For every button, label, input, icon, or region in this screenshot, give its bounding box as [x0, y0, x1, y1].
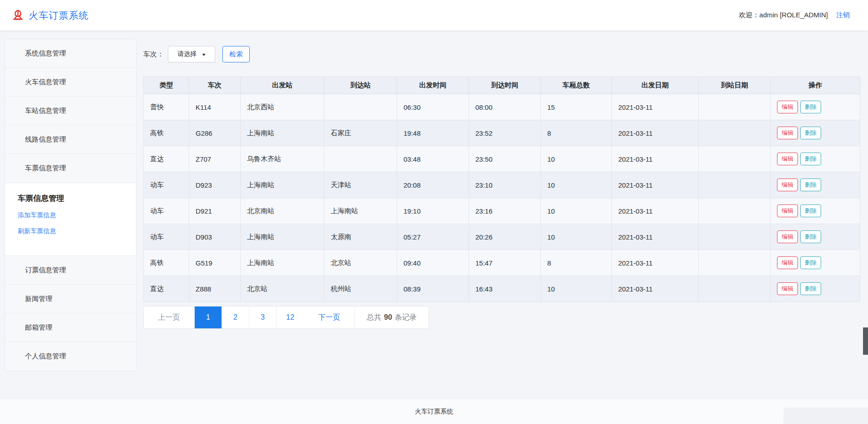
bottom-right-overlay [783, 408, 868, 424]
logout-link[interactable]: 注销 [836, 11, 850, 20]
select-value: 请选择 [177, 50, 197, 58]
vertical-scrollbar-thumb[interactable] [863, 327, 868, 355]
pagination: 上一页 12312 下一页 总共 90 条记录 [143, 306, 429, 329]
delete-button[interactable]: 删除 [800, 256, 821, 269]
cell-arr: 08:00 [469, 94, 541, 120]
edit-button[interactable]: 编辑 [777, 101, 798, 113]
table-row: 普快K114北京西站06:3008:00152021-03-11编辑删除 [144, 94, 860, 120]
cell-to: 上海南站 [324, 198, 397, 224]
cell-arr: 16:43 [469, 276, 541, 302]
delete-button[interactable]: 删除 [800, 282, 821, 295]
cell-to [324, 94, 397, 120]
column-header-9: 操作 [771, 77, 860, 94]
delete-button[interactable]: 删除 [800, 230, 821, 243]
edit-button[interactable]: 编辑 [777, 230, 798, 243]
edit-button[interactable]: 编辑 [777, 204, 798, 217]
delete-button[interactable]: 删除 [800, 153, 821, 165]
delete-button[interactable]: 删除 [800, 204, 821, 217]
sidebar-item-1[interactable]: 火车信息管理 [5, 68, 136, 97]
cell-cars: 10 [541, 146, 612, 172]
search-row: 车次： 请选择 检索 [143, 46, 250, 62]
cell-cars: 8 [541, 120, 612, 146]
cell-dep_date: 2021-03-11 [612, 250, 699, 276]
cell-cars: 10 [541, 172, 612, 198]
cell-dep_date: 2021-03-11 [612, 94, 699, 120]
cell-to: 天津站 [324, 172, 397, 198]
cell-type: 动车 [144, 224, 189, 250]
cell-arr_date [699, 146, 771, 172]
cell-to: 石家庄 [324, 120, 397, 146]
cell-from: 上海南站 [241, 250, 324, 276]
cell-to: 北京站 [324, 250, 397, 276]
table-row: 动车D921北京南站上海南站19:1023:16102021-03-11编辑删除 [144, 198, 860, 224]
cell-cars: 10 [541, 276, 612, 302]
cell-operations: 编辑删除 [771, 198, 860, 224]
cell-type: 动车 [144, 198, 189, 224]
cell-dep: 05:27 [397, 224, 469, 250]
cell-no: Z707 [189, 146, 241, 172]
cell-cars: 15 [541, 94, 612, 120]
train-ticket-table: 类型车次出发站到达站出发时间到达时间车厢总数出发日期到站日期操作 普快K114北… [143, 77, 860, 302]
cell-from: 上海南站 [241, 120, 324, 146]
cell-arr_date [699, 250, 771, 276]
train-no-select[interactable]: 请选择 [168, 46, 215, 62]
table-row: 动车D903上海南站太原南05:2720:26102021-03-11编辑删除 [144, 224, 860, 250]
cell-type: 普快 [144, 94, 189, 120]
china-railway-logo-icon [12, 9, 24, 21]
cell-arr: 23:16 [469, 198, 541, 224]
pagination-page-3[interactable]: 3 [249, 307, 277, 328]
total-count: 90 [384, 313, 392, 322]
edit-button[interactable]: 编辑 [777, 179, 798, 191]
cell-arr: 23:50 [469, 146, 541, 172]
cell-dep: 19:10 [397, 198, 469, 224]
sidebar-item-bottom-3[interactable]: 个人信息管理 [5, 342, 136, 371]
pagination-page-1[interactable]: 1 [195, 307, 222, 328]
cell-operations: 编辑删除 [771, 250, 860, 276]
edit-button[interactable]: 编辑 [777, 282, 798, 295]
table-header-row: 类型车次出发站到达站出发时间到达时间车厢总数出发日期到站日期操作 [144, 77, 860, 94]
table-row: 高铁G519上海南站北京站09:4015:4782021-03-11编辑删除 [144, 250, 860, 276]
sidebar-item-2[interactable]: 车站信息管理 [5, 97, 136, 125]
cell-no: K114 [189, 94, 241, 120]
delete-button[interactable]: 删除 [800, 179, 821, 191]
table-row: 直达Z888北京站杭州站08:3916:43102021-03-11编辑删除 [144, 276, 860, 302]
cell-from: 北京站 [241, 276, 324, 302]
sidebar-link-add-ticket[interactable]: 添加车票信息 [18, 211, 127, 220]
brand: 火车订票系统 [12, 9, 89, 22]
sidebar-item-0[interactable]: 系统信息管理 [5, 39, 136, 68]
cell-cars: 10 [541, 198, 612, 224]
cell-type: 动车 [144, 172, 189, 198]
sidebar-item-3[interactable]: 线路信息管理 [5, 125, 136, 154]
column-header-5: 到达时间 [469, 77, 541, 94]
column-header-3: 到达站 [324, 77, 397, 94]
column-header-8: 到站日期 [699, 77, 771, 94]
sidebar-item-bottom-0[interactable]: 订票信息管理 [5, 256, 136, 285]
cell-from: 上海南站 [241, 172, 324, 198]
cell-dep_date: 2021-03-11 [612, 198, 699, 224]
cell-from: 北京西站 [241, 94, 324, 120]
sidebar-link-refresh-ticket[interactable]: 刷新车票信息 [18, 227, 127, 235]
welcome-text: 欢迎：admin [ROLE_ADMIN] [739, 11, 828, 20]
edit-button[interactable]: 编辑 [777, 127, 798, 139]
cell-arr: 20:26 [469, 224, 541, 250]
delete-button[interactable]: 删除 [800, 127, 821, 139]
sidebar-item-bottom-2[interactable]: 邮箱管理 [5, 313, 136, 342]
pagination-page-2[interactable]: 2 [222, 307, 249, 328]
cell-dep_date: 2021-03-11 [612, 120, 699, 146]
page-body: 系统信息管理火车信息管理车站信息管理线路信息管理车票信息管理 车票信息管理 添加… [0, 31, 868, 424]
pagination-next-button[interactable]: 下一页 [304, 307, 355, 328]
edit-button[interactable]: 编辑 [777, 256, 798, 269]
search-button[interactable]: 检索 [222, 46, 250, 62]
sidebar-item-bottom-1[interactable]: 新闻管理 [5, 285, 136, 313]
cell-dep: 06:30 [397, 94, 469, 120]
pagination-prev-button[interactable]: 上一页 [144, 307, 195, 328]
edit-button[interactable]: 编辑 [777, 153, 798, 165]
footer-text: 火车订票系统 [415, 408, 453, 416]
sidebar-item-4[interactable]: 车票信息管理 [5, 154, 136, 183]
delete-button[interactable]: 删除 [800, 101, 821, 113]
cell-from: 上海南站 [241, 224, 324, 250]
cell-operations: 编辑删除 [771, 224, 860, 250]
cell-no: D921 [189, 198, 241, 224]
pagination-page-12[interactable]: 12 [277, 307, 304, 328]
page-footer: 火车订票系统 [0, 399, 868, 424]
